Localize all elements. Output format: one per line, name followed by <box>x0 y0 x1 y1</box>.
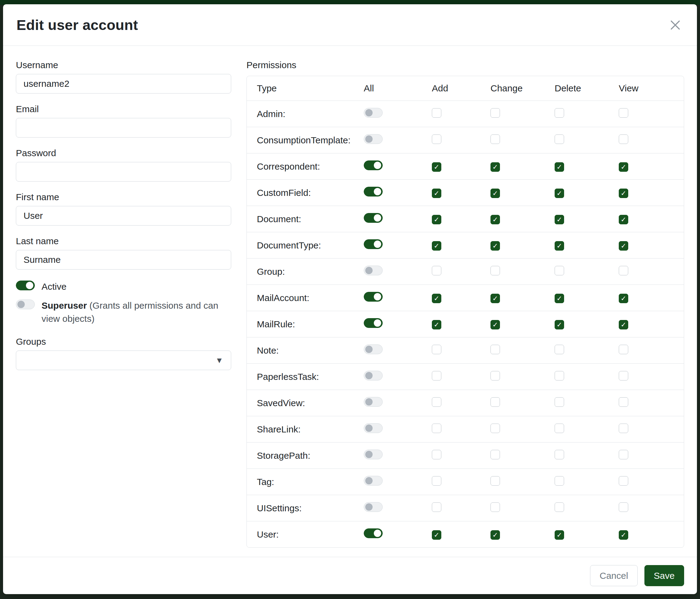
superuser-toggle[interactable] <box>16 300 35 309</box>
permission-delete-checkbox[interactable] <box>555 502 564 512</box>
permission-view-checkbox[interactable]: ✓ <box>619 241 628 250</box>
permission-delete-checkbox[interactable]: ✓ <box>555 241 564 250</box>
permission-delete-checkbox[interactable]: ✓ <box>555 530 564 540</box>
permission-delete-checkbox[interactable]: ✓ <box>555 189 564 198</box>
permission-change-checkbox[interactable] <box>491 424 500 433</box>
permission-change-checkbox[interactable] <box>491 108 500 118</box>
permission-view-checkbox[interactable]: ✓ <box>619 530 628 540</box>
permission-change-checkbox[interactable]: ✓ <box>491 189 500 198</box>
permission-add-checkbox[interactable]: ✓ <box>432 162 441 172</box>
permission-delete-checkbox[interactable] <box>555 476 564 486</box>
permission-add-checkbox[interactable] <box>432 476 441 486</box>
close-button[interactable] <box>667 17 683 33</box>
permission-add-checkbox[interactable] <box>432 424 441 433</box>
permission-delete-checkbox[interactable]: ✓ <box>555 215 564 224</box>
permission-all-toggle[interactable] <box>364 423 383 433</box>
permission-delete-checkbox[interactable]: ✓ <box>555 162 564 172</box>
permission-all-toggle[interactable] <box>364 292 383 302</box>
permission-add-checkbox[interactable]: ✓ <box>432 189 441 198</box>
permission-add-checkbox[interactable] <box>432 371 441 381</box>
permission-add-checkbox[interactable] <box>432 135 441 144</box>
permission-change-checkbox[interactable] <box>491 476 500 486</box>
permission-all-toggle[interactable] <box>364 239 383 249</box>
permission-view-checkbox[interactable] <box>619 476 628 486</box>
permission-all-toggle[interactable] <box>364 371 383 381</box>
permission-all-toggle[interactable] <box>364 213 383 223</box>
permission-change-checkbox[interactable] <box>491 371 500 381</box>
permission-view-checkbox[interactable] <box>619 502 628 512</box>
permission-all-cell <box>364 344 432 356</box>
permission-delete-checkbox[interactable] <box>555 266 564 275</box>
permission-add-checkbox[interactable]: ✓ <box>432 294 441 303</box>
username-input[interactable] <box>16 74 231 94</box>
permission-view-checkbox[interactable] <box>619 424 628 433</box>
permission-add-checkbox[interactable]: ✓ <box>432 320 441 330</box>
permission-view-checkbox[interactable]: ✓ <box>619 294 628 303</box>
permission-add-checkbox[interactable] <box>432 450 441 459</box>
permission-change-checkbox[interactable]: ✓ <box>491 530 500 540</box>
active-toggle[interactable] <box>16 281 35 290</box>
permission-delete-checkbox[interactable] <box>555 397 564 407</box>
last-name-field[interactable] <box>16 250 231 269</box>
permission-all-toggle[interactable] <box>364 450 383 459</box>
permission-all-toggle[interactable] <box>364 266 383 275</box>
permission-delete-checkbox[interactable]: ✓ <box>555 320 564 330</box>
permission-add-checkbox[interactable] <box>432 266 441 275</box>
permission-delete-checkbox[interactable] <box>555 345 564 354</box>
permission-view-checkbox[interactable] <box>619 371 628 381</box>
permission-all-toggle[interactable] <box>364 108 383 118</box>
permission-all-toggle[interactable] <box>364 134 383 144</box>
groups-select[interactable]: ▼ <box>16 351 231 370</box>
first-name-field[interactable] <box>16 206 231 225</box>
permission-delete-checkbox[interactable] <box>555 371 564 381</box>
permission-add-checkbox[interactable] <box>432 108 441 118</box>
permission-add-checkbox[interactable]: ✓ <box>432 530 441 540</box>
permission-change-checkbox[interactable]: ✓ <box>491 241 500 250</box>
permission-all-toggle[interactable] <box>364 476 383 486</box>
password-field[interactable] <box>16 162 231 182</box>
cancel-button[interactable]: Cancel <box>590 565 638 586</box>
permission-view-checkbox[interactable] <box>619 345 628 354</box>
save-button[interactable]: Save <box>644 565 684 586</box>
permission-all-toggle[interactable] <box>364 318 383 328</box>
permission-view-checkbox[interactable] <box>619 266 628 275</box>
permission-delete-checkbox[interactable]: ✓ <box>555 294 564 303</box>
permission-add-checkbox[interactable]: ✓ <box>432 215 441 224</box>
permission-change-checkbox[interactable] <box>491 266 500 275</box>
permission-view-checkbox[interactable]: ✓ <box>619 215 628 224</box>
permission-view-checkbox[interactable] <box>619 397 628 407</box>
groups-input[interactable] <box>16 351 231 370</box>
permission-delete-checkbox[interactable] <box>555 450 564 459</box>
email-field[interactable] <box>16 118 231 138</box>
permission-view-checkbox[interactable] <box>619 450 628 459</box>
permission-change-checkbox[interactable] <box>491 450 500 459</box>
permission-all-toggle[interactable] <box>364 344 383 354</box>
permission-view-checkbox[interactable]: ✓ <box>619 162 628 172</box>
permission-add-checkbox[interactable] <box>432 502 441 512</box>
permission-all-toggle[interactable] <box>364 528 383 538</box>
permission-all-cell <box>364 502 432 514</box>
permission-view-checkbox[interactable]: ✓ <box>619 320 628 330</box>
permission-change-checkbox[interactable]: ✓ <box>491 294 500 303</box>
permission-view-checkbox[interactable]: ✓ <box>619 189 628 198</box>
permission-change-checkbox[interactable] <box>491 397 500 407</box>
permission-change-checkbox[interactable]: ✓ <box>491 215 500 224</box>
permission-change-checkbox[interactable] <box>491 502 500 512</box>
permission-all-toggle[interactable] <box>364 187 383 196</box>
permission-all-toggle[interactable] <box>364 502 383 512</box>
permission-delete-checkbox[interactable] <box>555 108 564 118</box>
permission-view-checkbox[interactable] <box>619 108 628 118</box>
permission-view-checkbox[interactable] <box>619 135 628 144</box>
permission-change-checkbox[interactable] <box>491 135 500 144</box>
permission-change-cell: ✓ <box>491 187 555 198</box>
permission-delete-checkbox[interactable] <box>555 424 564 433</box>
permission-add-checkbox[interactable]: ✓ <box>432 241 441 250</box>
permission-all-toggle[interactable] <box>364 161 383 170</box>
permission-change-checkbox[interactable]: ✓ <box>491 162 500 172</box>
permission-change-checkbox[interactable] <box>491 345 500 354</box>
permission-delete-checkbox[interactable] <box>555 135 564 144</box>
permission-all-toggle[interactable] <box>364 397 383 407</box>
permission-change-checkbox[interactable]: ✓ <box>491 320 500 330</box>
permission-add-checkbox[interactable] <box>432 397 441 407</box>
permission-add-checkbox[interactable] <box>432 345 441 354</box>
